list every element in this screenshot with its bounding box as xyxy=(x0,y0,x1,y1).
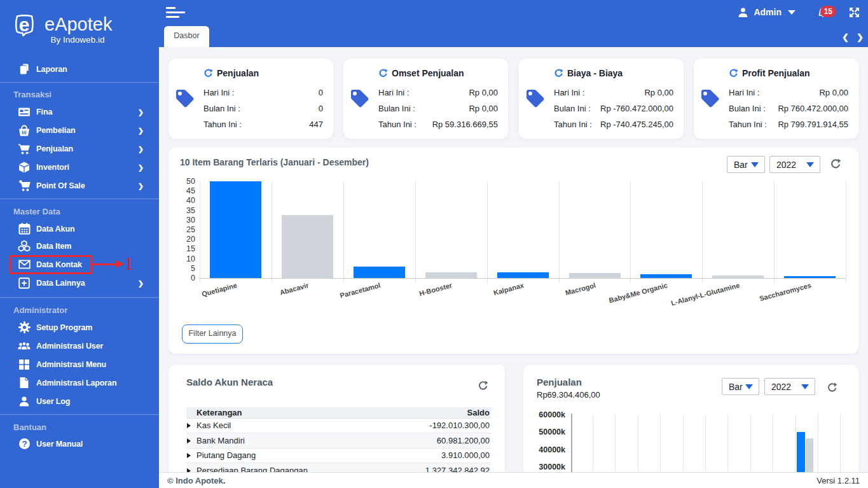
svg-text:?: ? xyxy=(22,439,27,449)
svg-text:e: e xyxy=(19,14,30,35)
